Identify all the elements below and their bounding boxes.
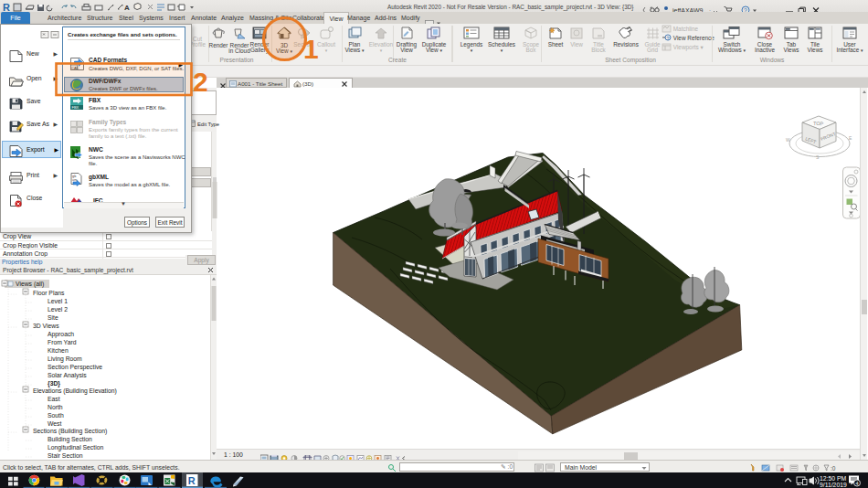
svg-text:Level 1: Level 1 — [48, 298, 68, 304]
svg-text:A: A — [124, 4, 130, 12]
svg-text:?: ? — [667, 36, 670, 41]
svg-text:{3D}: {3D} — [48, 380, 60, 387]
svg-text:Level 2: Level 2 — [48, 306, 68, 313]
svg-text:W: W — [786, 137, 790, 143]
svg-text:3D Views: 3D Views — [33, 323, 59, 329]
svg-text:Floor Plans: Floor Plans — [33, 290, 65, 296]
svg-text:North: North — [48, 404, 63, 410]
svg-text:From Yard: From Yard — [48, 339, 77, 345]
svg-text:Building Section: Building Section — [48, 436, 92, 443]
svg-text:9/11/2019: 9/11/2019 — [820, 482, 847, 488]
svg-text:4: 4 — [856, 481, 859, 486]
svg-text:CAD: CAD — [71, 66, 79, 70]
svg-text:S: S — [816, 154, 820, 160]
svg-text:Longitudinal Section: Longitudinal Section — [48, 444, 103, 451]
svg-text:Section Perspective: Section Perspective — [48, 364, 102, 371]
svg-text:Solar Analysis: Solar Analysis — [48, 372, 87, 379]
svg-text::0: :0 — [831, 465, 836, 472]
svg-text:Living Room: Living Room — [48, 355, 82, 363]
svg-text:Stair Section: Stair Section — [48, 452, 83, 459]
svg-text:South: South — [48, 412, 64, 419]
svg-text:East: East — [48, 396, 60, 402]
svg-text:Elevations (Building Elevation: Elevations (Building Elevation) — [33, 387, 117, 395]
svg-text:E: E — [849, 135, 852, 141]
svg-text:Site: Site — [48, 314, 58, 321]
svg-text:Kitchen: Kitchen — [48, 347, 69, 354]
svg-text:FBX: FBX — [72, 105, 79, 110]
svg-text:TOP: TOP — [813, 121, 824, 126]
svg-text:12:50 PM: 12:50 PM — [820, 475, 846, 482]
svg-text:Approach: Approach — [48, 331, 74, 338]
svg-text:Views (all): Views (all) — [16, 281, 44, 288]
svg-text:West: West — [48, 420, 61, 427]
svg-text:Sections (Building Section): Sections (Building Section) — [33, 428, 107, 435]
svg-text:R: R — [188, 475, 196, 486]
